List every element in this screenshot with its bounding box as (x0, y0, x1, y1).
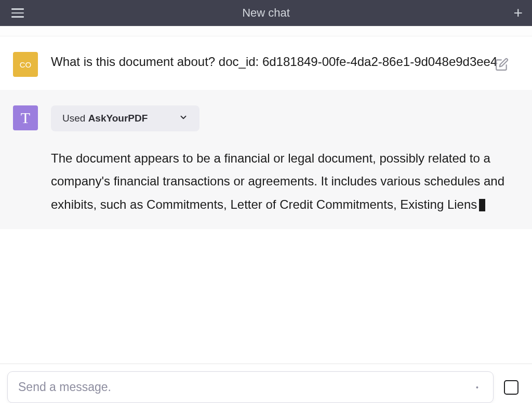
assistant-message-text: The document appears to be a financial o… (51, 147, 519, 216)
chevron-down-icon (179, 113, 188, 124)
message-input[interactable]: Send a message. • (7, 371, 494, 403)
menu-icon[interactable] (9, 6, 26, 20)
assistant-message-body: Used AskYourPDF The document appears to … (51, 105, 519, 216)
input-indicator-icon: • (476, 383, 478, 392)
edit-icon[interactable] (495, 58, 509, 73)
chat-content: CO What is this document about? doc_id: … (0, 36, 532, 364)
page-title: New chat (242, 6, 290, 20)
plugin-label: Used AskYourPDF (62, 113, 148, 124)
plugin-name: AskYourPDF (88, 113, 148, 124)
plugin-prefix: Used (62, 113, 88, 124)
assistant-avatar: T (13, 105, 38, 130)
new-chat-icon[interactable]: + (513, 5, 523, 21)
user-message-text: What is this document about? doc_id: 6d1… (51, 52, 519, 71)
user-avatar: CO (13, 52, 38, 77)
stop-button[interactable] (504, 380, 518, 395)
user-message: CO What is this document about? doc_id: … (0, 36, 532, 90)
assistant-message: T Used AskYourPDF The document appears t… (0, 90, 532, 229)
assistant-text-content: The document appears to be a financial o… (51, 151, 504, 211)
typing-cursor-icon (479, 199, 485, 211)
input-area: Send a message. • (0, 364, 532, 403)
user-message-body: What is this document about? doc_id: 6d1… (51, 52, 519, 71)
input-placeholder: Send a message. (18, 380, 111, 394)
plugin-used-pill[interactable]: Used AskYourPDF (51, 105, 200, 131)
app-header: New chat + (0, 0, 532, 26)
divider (0, 26, 532, 36)
